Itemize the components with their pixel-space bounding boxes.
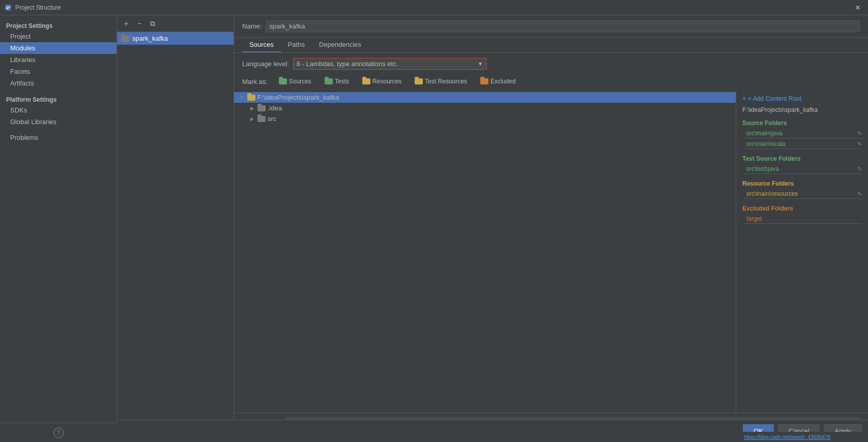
name-input[interactable] [266,20,860,32]
language-level-select[interactable]: 8 - Lambdas, type annotations etc. ▼ [293,58,486,70]
main-container: Project Settings Project Modules Librari… [0,15,868,442]
title-bar: Project Structure ✕ [0,0,868,15]
mark-as-label: Mark as: [242,78,268,85]
edit-source-2-icon[interactable]: ✎ [857,141,862,148]
add-module-button[interactable]: + [121,18,131,28]
sidebar-divider-2 [0,128,117,132]
excluded-folder-icon [480,78,488,84]
mark-excluded-button[interactable]: Excluded [476,77,519,86]
module-folder-icon [121,36,129,42]
tree-toggle-root[interactable]: ▼ [238,94,245,101]
gap-1 [742,150,862,155]
svg-rect-0 [5,5,11,11]
app-icon [4,4,12,12]
language-level-label: Language level: [242,60,289,68]
name-label: Name: [242,22,262,30]
tree-toggle-idea[interactable]: ▶ [248,105,255,112]
mark-resources-button[interactable]: Resources [358,77,406,86]
lang-level-row: Language level: 8 - Lambdas, type annota… [234,53,868,75]
name-row: Name: [234,15,868,38]
tests-folder-icon [325,78,333,84]
mark-as-row: Mark as: Sources Tests Resources Test Re… [234,75,868,90]
sidebar-divider [0,89,117,93]
source-folders-title: Source Folders [742,120,862,127]
edit-source-1-icon[interactable]: ✎ [857,130,862,137]
sidebar-item-project[interactable]: Project [0,31,117,42]
tabs-row: Sources Paths Dependencies [234,38,868,53]
remove-module-button[interactable]: − [134,18,144,28]
resource-path-1: src\main\resources [746,190,798,197]
test-source-folders-title: Test Source Folders [742,155,862,162]
test-source-path-1: src\test\java [746,165,779,172]
source-path-2: src\main\scala [746,140,786,148]
idea-folder-icon [257,105,266,111]
tree-and-info: ▼ F:\ideaProjects\spark_kafka ▶ .idea ▶ [234,90,868,412]
info-source-folder-2: src\main\scala ✎ [742,139,862,149]
dropdown-arrow-icon: ▼ [478,61,483,67]
module-panel: + − ⧉ spark_kafka [117,15,234,442]
gap-3 [742,200,862,205]
resources-folder-icon [362,78,370,84]
edit-resource-1-icon[interactable]: ✎ [857,191,862,197]
url-text: https://blog.csdn.net/weixin_43690478 [744,434,830,440]
tree-src-item[interactable]: ▶ src [234,113,736,124]
tree-root-item[interactable]: ▼ F:\ideaProjects\spark_kafka [234,92,736,103]
tree-root-path: F:\ideaProjects\spark_kafka [257,94,339,101]
title-bar-left: Project Structure [4,4,61,12]
mark-tests-button[interactable]: Tests [321,77,353,86]
sidebar-item-facets[interactable]: Facets [0,66,117,77]
src-folder-icon [257,116,266,122]
right-panel: Name: Sources Paths Dependencies Languag… [234,15,868,442]
tree-idea-item[interactable]: ▶ .idea [234,103,736,113]
test-resources-folder-icon [415,78,423,84]
tree-toggle-src[interactable]: ▶ [248,115,255,123]
platform-settings-header: Platform Settings [0,93,117,104]
language-level-value: 8 - Lambdas, type annotations etc. [297,60,476,68]
sidebar-item-libraries[interactable]: Libraries [0,54,117,66]
info-sidebar: + + Add Content Root F:\ideaProjects\spa… [736,90,868,412]
sidebar-item-global-libraries[interactable]: Global Libraries [0,116,117,128]
excluded-path-1: target [746,215,762,222]
project-settings-header: Project Settings [0,19,117,31]
sidebar-item-sdks[interactable]: SDKs [0,104,117,116]
add-content-root-button[interactable]: + + Add Content Root [742,95,862,102]
edit-test-source-1-icon[interactable]: ✎ [857,166,862,172]
tab-sources[interactable]: Sources [242,38,281,52]
info-test-source-folder-1: src\test\java ✎ [742,164,862,174]
svg-rect-1 [6,7,10,8]
tree-src-label: src [268,115,276,123]
sidebar: Project Settings Project Modules Librari… [0,15,117,442]
sidebar-item-modules[interactable]: Modules [0,42,117,54]
module-toolbar: + − ⧉ [117,15,234,32]
plus-icon: + [742,95,746,102]
svg-rect-2 [6,8,9,9]
sources-folder-icon [279,78,287,84]
module-item-spark-kafka[interactable]: spark_kafka [117,32,234,45]
url-bar: https://blog.csdn.net/weixin_43690478 [741,432,868,442]
module-name: spark_kafka [132,35,168,42]
tree-idea-label: .idea [268,104,282,112]
help-button[interactable]: ? [53,428,64,438]
source-path-1: src\main\java [746,130,783,137]
status-bar: ? [0,423,117,442]
info-root-path: F:\ideaProjects\spark_kafka [742,106,862,113]
tree-panel: ▼ F:\ideaProjects\spark_kafka ▶ .idea ▶ [234,90,736,412]
gap-2 [742,175,862,180]
tab-paths[interactable]: Paths [281,38,312,52]
window-title: Project Structure [15,4,61,11]
sidebar-item-artifacts[interactable]: Artifacts [0,77,117,89]
copy-module-button[interactable]: ⧉ [148,18,158,28]
excluded-folders-title: Excluded Folders [742,205,862,212]
info-resource-folder-1: src\main\resources ✎ [742,189,862,199]
mark-sources-button[interactable]: Sources [275,77,315,86]
info-excluded-folder-1: target [742,214,862,224]
resource-folders-title: Resource Folders [742,180,862,187]
root-folder-icon [247,95,255,101]
sidebar-item-problems[interactable]: Problems [0,132,117,143]
close-button[interactable]: ✕ [852,3,864,13]
tab-dependencies[interactable]: Dependencies [312,38,368,52]
info-source-folder-1: src\main\java ✎ [742,129,862,138]
mark-test-resources-button[interactable]: Test Resources [411,77,471,86]
